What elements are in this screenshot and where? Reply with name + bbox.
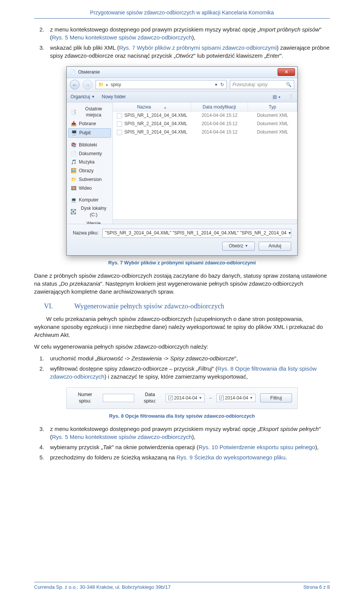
filename-input[interactable]: "SPIS_NR_3_2014_04_04.XML" "SPIS_NR_1_20…: [102, 229, 291, 238]
search-icon: 🔍: [286, 82, 292, 88]
cancel-button[interactable]: Anuluj: [259, 242, 291, 251]
figure-caption: Rys. 7 Wybór plików z próbnymi spisami z…: [34, 259, 330, 266]
chevron-down-icon: ▼: [245, 244, 248, 248]
open-file-dialog: 📄 Otwieranie ✕ ← → 📁 ▸ spisy ▾ ↻ Przeszu…: [66, 66, 298, 256]
text-italic: Enter: [266, 52, 280, 59]
checkbox-icon[interactable]: ✓: [168, 396, 173, 400]
list-item: 1. uruchomić moduł „Biurowość -> Zestawi…: [34, 354, 330, 362]
figure-ref: Rys. 5 Menu kontekstowe spisów zdawczo-o…: [52, 434, 192, 440]
file-row[interactable]: SPIS_NR_1_2014_04_04.XML 2014-04-04 15:1…: [113, 112, 297, 120]
file-row[interactable]: SPIS_NR_3_2014_04_04.XML 2014-04-04 15:1…: [113, 128, 297, 137]
nav-sidebar: 📑Ostatnie miejsca 📥Pobrane 🖥️Pulpit 📚Bib…: [67, 102, 113, 224]
chevron-down-icon[interactable]: ▾: [289, 230, 291, 236]
sidebar-item-pictures[interactable]: 🖼️Obrazy: [68, 167, 111, 175]
text: ),: [192, 34, 195, 41]
chevron-down-icon[interactable]: ▾: [215, 82, 217, 88]
list-number: 2.: [34, 25, 50, 41]
dialog-toolbar: Organizuj ▼ Nowy folder ▤ ▼ ❔: [67, 92, 297, 102]
folder-icon: 📁: [98, 82, 104, 88]
chevron-down-icon[interactable]: ▼: [199, 396, 202, 401]
sidebar-item-computer[interactable]: 💻Komputer: [68, 196, 111, 204]
paragraph: Dane z próbnych spisów zdawczo-odbiorczy…: [34, 272, 330, 296]
dialog-footer: Nazwa pliku: "SPIS_NR_3_2014_04_04.XML" …: [67, 224, 297, 255]
num-input[interactable]: [103, 394, 135, 402]
doc-header: Przygotowanie spisów zdawczo-odbiorczych…: [34, 9, 330, 19]
sidebar-item-cdisk[interactable]: 💽Dysk lokalny (C:): [68, 204, 111, 219]
sidebar-item-recent[interactable]: 📑Ostatnie miejsca: [68, 105, 111, 120]
file-list: Nazwa ▲ Data modyfikacji Typ SPIS_NR_1_2…: [113, 102, 297, 224]
xml-file-icon: [117, 121, 122, 127]
date-label: Data spisu:: [139, 391, 161, 405]
sidebar-item-libraries[interactable]: 📚Biblioteki: [68, 141, 111, 149]
text: wskazać plik lub pliki XML (: [50, 44, 119, 51]
text: ".: [280, 52, 284, 59]
text-italic: Otwórz: [176, 52, 194, 59]
col-date[interactable]: Data modyfikacji: [191, 102, 248, 111]
nav-back-button[interactable]: ←: [70, 80, 80, 90]
help-icon[interactable]: ❔: [288, 94, 293, 100]
address-bar: ← → 📁 ▸ spisy ▾ ↻ Przeszukaj: spisy 🔍: [67, 78, 297, 92]
sidebar-item-music[interactable]: 🎵Muzyka: [68, 158, 111, 167]
breadcrumb-item[interactable]: spisy: [111, 82, 121, 88]
doc-footer: Currenda Sp. z o.o.; 30-348 Kraków, ul. …: [34, 582, 330, 591]
chevron-right-icon: ▸: [106, 82, 108, 88]
list-number: 1.: [34, 354, 50, 362]
section-number: VI.: [34, 302, 63, 311]
list-item: 4. wybieramy przycisk „Tak" na oknie pot…: [34, 443, 330, 451]
horizontal-scrollbar[interactable]: [113, 219, 297, 224]
sidebar-item-subversion[interactable]: 📁Subversion: [68, 175, 111, 184]
list-number: 5.: [34, 453, 50, 461]
sidebar-item-downloads[interactable]: 📥Pobrane: [68, 119, 111, 128]
list-number: 4.: [34, 443, 50, 451]
figure-ref: Rys. 10 Potwierdzenie eksportu spisu peł…: [199, 444, 315, 450]
new-folder-button[interactable]: Nowy folder: [102, 94, 126, 100]
close-button[interactable]: ✕: [278, 68, 295, 76]
list-item: 2. z menu kontekstowego dostępnego pod p…: [34, 25, 330, 41]
breadcrumb[interactable]: 📁 ▸ spisy ▾ ↻: [96, 80, 227, 89]
organize-menu[interactable]: Organizuj ▼: [71, 94, 95, 100]
date-to-input[interactable]: ✓ 2014-04-04 ▼: [217, 394, 256, 402]
date-from-input[interactable]: ✓ 2014-04-04 ▼: [166, 394, 205, 402]
section-heading: VI. Wygenerowanie pełnych spisów zdawczo…: [34, 302, 330, 311]
figure-caption: Rys. 8 Opcje filtrowania dla listy spisó…: [34, 413, 330, 420]
view-icon[interactable]: ▤ ▼: [273, 94, 281, 100]
sidebar-item-videos[interactable]: 🎞️Wideo: [68, 184, 111, 193]
checkbox-icon[interactable]: ✓: [219, 396, 224, 400]
search-placeholder: Przeszukaj: spisy: [232, 82, 268, 88]
list-number: 3.: [34, 425, 50, 441]
text-italic: Import próbnych spisów: [259, 26, 319, 33]
sidebar-item-documents[interactable]: 📄Dokumenty: [68, 149, 111, 158]
figure-ref: Rys. 7 Wybór plików z próbnymi spisami z…: [119, 44, 277, 51]
figure-ref: Rys. 9 Ścieżka do wyeksportowanego pliku: [177, 454, 286, 461]
dash: –: [209, 395, 212, 402]
list-item: 2. wyfiltrować dostępne spisy zdawczo-od…: [34, 365, 330, 380]
dialog-titlebar[interactable]: 📄 Otwieranie ✕: [67, 67, 297, 78]
refresh-icon[interactable]: ↻: [220, 82, 224, 88]
nav-forward-button[interactable]: →: [83, 80, 93, 90]
filter-button[interactable]: Filtruj: [260, 393, 292, 402]
list-item: 3. wskazać plik lub pliki XML (Rys. 7 Wy…: [34, 44, 330, 60]
list-number: 3.: [34, 44, 50, 60]
text: " lub potwierdzić klawiszem „: [193, 52, 266, 59]
search-input[interactable]: Przeszukaj: spisy 🔍: [230, 80, 294, 89]
sidebar-item-release[interactable]: 💽Wersje Release (\: [68, 219, 111, 224]
col-type[interactable]: Typ: [248, 102, 297, 111]
app-icon: 📄: [69, 69, 76, 75]
list-item: 5. przechodzimy do folderu ze ścieżką ws…: [34, 453, 330, 461]
chevron-down-icon: ▼: [91, 94, 95, 99]
xml-file-icon: [117, 130, 122, 135]
figure-ref: Rys. 5 Menu kontekstowe spisów zdawczo-o…: [52, 34, 192, 41]
filename-label: Nazwa pliku:: [73, 230, 99, 236]
paragraph: W celu wygenerowania pełnych spisów zdaw…: [34, 343, 330, 351]
footer-right: Strona 6 z 8: [303, 584, 330, 591]
list-item: 3. z menu kontekstowego dostępnego pod p…: [34, 425, 330, 441]
open-button[interactable]: Otwórz▼: [222, 242, 255, 251]
file-row[interactable]: SPIS_NR_2_2014_04_04.XML 2014-04-04 15:1…: [113, 120, 297, 128]
column-headers[interactable]: Nazwa ▲ Data modyfikacji Typ: [113, 102, 297, 112]
sidebar-item-desktop[interactable]: 🖥️Pulpit: [68, 128, 111, 138]
chevron-down-icon[interactable]: ▼: [249, 396, 253, 401]
col-name[interactable]: Nazwa ▲: [113, 102, 191, 111]
section-title: Wygenerowanie pełnych spisów zdawczo-odb…: [74, 302, 224, 311]
list-number: 2.: [34, 365, 50, 380]
sort-asc-icon: ▲: [163, 106, 166, 109]
